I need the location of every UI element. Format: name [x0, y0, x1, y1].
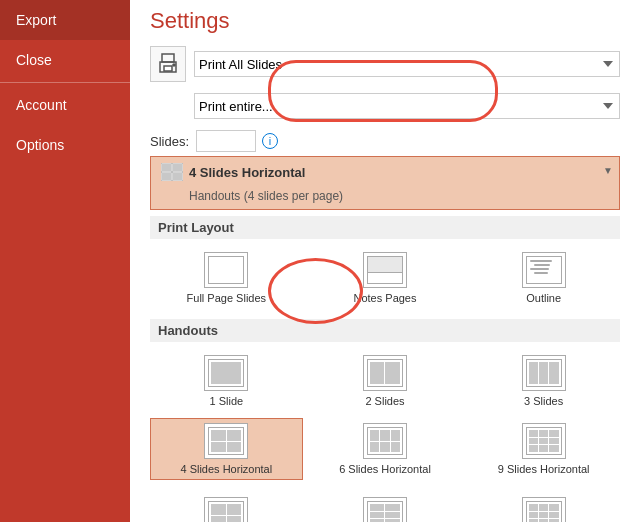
full-page-icon	[204, 252, 248, 288]
sidebar-item-options[interactable]: Options	[0, 125, 130, 165]
print-icon	[150, 46, 186, 82]
sidebar: Export Close Account Options	[0, 0, 130, 522]
print-entire-dropdown[interactable]: Print entire...	[194, 93, 620, 119]
6-slides-h-label: 6 Slides Horizontal	[339, 463, 431, 475]
layout-grid: Full Page Slides Notes Pages	[150, 243, 620, 313]
settings-title: Settings	[130, 0, 640, 42]
layout-notes-pages[interactable]: Notes Pages	[309, 247, 462, 309]
main-content: Settings Print All Slides Print Selectio…	[130, 0, 640, 522]
sidebar-item-export[interactable]: Export	[0, 0, 130, 40]
3-slides-icon	[522, 355, 566, 391]
svg-rect-1	[164, 66, 172, 71]
active-selection-label: 4 Slides Horizontal	[151, 157, 619, 187]
settings-content: Print All Slides Print Selection Print C…	[130, 42, 640, 522]
1-slide-icon	[204, 355, 248, 391]
handouts-header: Handouts	[150, 319, 620, 342]
svg-rect-6	[162, 164, 171, 171]
handout-6-slides-v[interactable]: 6 Slides Vertical	[309, 492, 462, 522]
handouts-grid: 1 Slide 2 Slides 3 Slides	[150, 346, 620, 484]
layout-outline[interactable]: Outline	[467, 247, 620, 309]
handout-2-slides[interactable]: 2 Slides	[309, 350, 462, 412]
svg-rect-7	[173, 164, 182, 171]
handout-6-slides-h[interactable]: 6 Slides Horizontal	[309, 418, 462, 480]
handout-9-slides-v[interactable]: 9 Slides Vertical	[467, 492, 620, 522]
print-entire-row: Print entire...	[150, 88, 620, 124]
outline-label: Outline	[526, 292, 561, 304]
3-slides-label: 3 Slides	[524, 395, 563, 407]
active-selection-dropdown[interactable]: 4 Slides Horizontal Handouts (4 slides p…	[150, 156, 620, 210]
9-slides-h-icon	[522, 423, 566, 459]
slides-row: Slides: i	[150, 130, 620, 152]
info-icon[interactable]: i	[262, 133, 278, 149]
slides-label: Slides:	[150, 134, 190, 149]
slides-input[interactable]	[196, 130, 256, 152]
dropdown-arrow-icon: ▼	[603, 165, 613, 176]
full-page-label: Full Page Slides	[187, 292, 267, 304]
2-slides-label: 2 Slides	[365, 395, 404, 407]
svg-point-2	[173, 64, 175, 66]
1-slide-label: 1 Slide	[210, 395, 244, 407]
4-slides-v-icon	[204, 497, 248, 522]
print-layout-header: Print Layout	[150, 216, 620, 239]
handout-1-slide[interactable]: 1 Slide	[150, 350, 303, 412]
handout-9-slides-h[interactable]: 9 Slides Horizontal	[467, 418, 620, 480]
svg-rect-9	[173, 173, 182, 180]
sidebar-item-close[interactable]: Close	[0, 40, 130, 80]
print-all-slides-dropdown[interactable]: Print All Slides Print Selection Print C…	[194, 51, 620, 77]
4-slides-h-label: 4 Slides Horizontal	[180, 463, 272, 475]
svg-rect-8	[162, 173, 171, 180]
layout-full-page[interactable]: Full Page Slides	[150, 247, 303, 309]
active-selection-sub: Handouts (4 slides per page)	[151, 187, 619, 209]
9-slides-v-icon	[522, 497, 566, 522]
print-slides-row: Print All Slides Print Selection Print C…	[150, 46, 620, 82]
9-slides-h-label: 9 Slides Horizontal	[498, 463, 590, 475]
sidebar-divider	[0, 82, 130, 83]
6-slides-v-icon	[363, 497, 407, 522]
notes-pages-label: Notes Pages	[354, 292, 417, 304]
handout-3-slides[interactable]: 3 Slides	[467, 350, 620, 412]
2-slides-icon	[363, 355, 407, 391]
svg-rect-0	[162, 54, 174, 62]
notes-pages-icon	[363, 252, 407, 288]
outline-icon	[522, 252, 566, 288]
4-slides-h-icon	[204, 423, 248, 459]
6-slides-h-icon	[363, 423, 407, 459]
handout-4-slides-v[interactable]: 4 Slides Vertical	[150, 492, 303, 522]
handouts-vertical-grid: 4 Slides Vertical 6 Slides Vertical	[150, 488, 620, 522]
handout-4-slides-h[interactable]: 4 Slides Horizontal	[150, 418, 303, 480]
sidebar-item-account[interactable]: Account	[0, 85, 130, 125]
